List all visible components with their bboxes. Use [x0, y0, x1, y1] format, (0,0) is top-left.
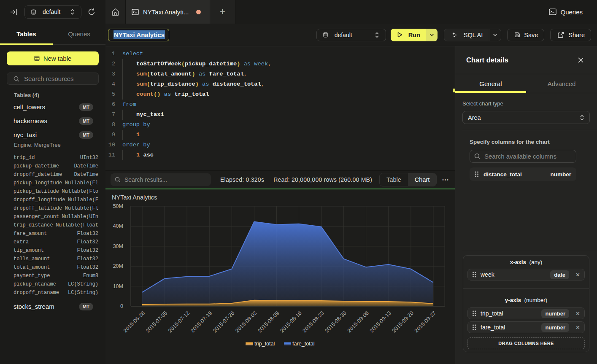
svg-text:40M: 40M [113, 223, 123, 229]
svg-text:50M: 50M [113, 203, 123, 209]
svg-text:2015-09-13: 2015-09-13 [368, 310, 392, 334]
svg-text:2015-08-30: 2015-08-30 [324, 310, 348, 334]
svg-text:2015-08-02: 2015-08-02 [234, 310, 258, 334]
svg-text:2015-06-28: 2015-06-28 [122, 310, 146, 334]
svg-text:2015-08-16: 2015-08-16 [279, 310, 303, 334]
svg-text:2015-08-09: 2015-08-09 [257, 310, 281, 334]
svg-text:2015-08-23: 2015-08-23 [301, 310, 325, 334]
svg-text:0: 0 [120, 303, 123, 309]
svg-text:2015-07-05: 2015-07-05 [144, 310, 168, 334]
svg-text:10M: 10M [113, 283, 123, 289]
svg-text:30M: 30M [113, 243, 123, 249]
svg-text:2015-09-06: 2015-09-06 [346, 310, 370, 334]
svg-text:2015-09-20: 2015-09-20 [391, 310, 415, 334]
svg-text:fare_total: fare_total [292, 341, 315, 347]
svg-text:2015-09-27: 2015-09-27 [413, 310, 437, 334]
svg-text:20M: 20M [113, 263, 123, 269]
svg-text:2015-07-26: 2015-07-26 [212, 310, 236, 334]
svg-text:2015-07-12: 2015-07-12 [167, 310, 191, 334]
svg-text:2015-07-19: 2015-07-19 [189, 310, 213, 334]
svg-text:trip_total: trip_total [254, 341, 275, 347]
